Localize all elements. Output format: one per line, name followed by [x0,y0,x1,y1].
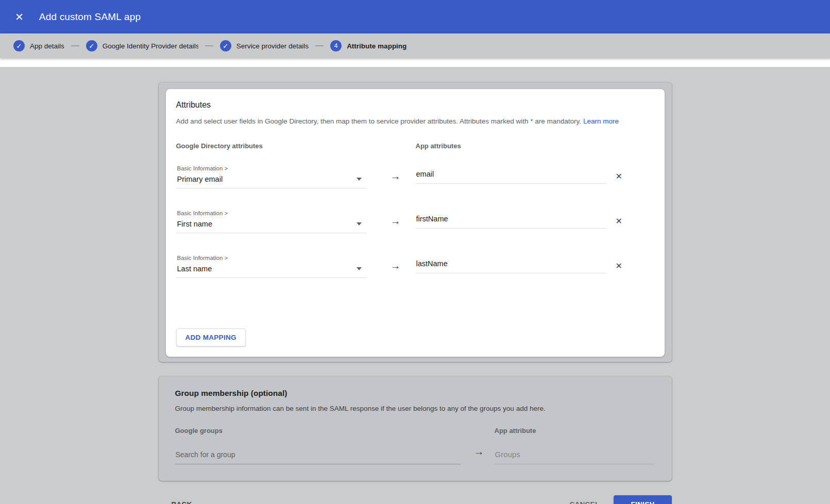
add-custom-saml-app-dialog: ✕ Add custom SAML app ✓ App details ✓ Go… [0,0,830,504]
attribute-category-label: Basic Information > [177,165,367,171]
mapping-row: Basic Information > Primary email → ✕ [176,165,654,188]
attributes-panel: Attributes Add and select user fields in… [159,82,672,362]
footer-actions: BACK CANCEL FINISH [159,495,672,504]
dropdown-arrow-icon [357,267,362,270]
attribute-category-label: Basic Information > [177,255,367,261]
group-column-headers: Google groups App attribute [175,427,653,435]
app-attribute-input[interactable] [416,259,606,273]
app-attributes-header: App attributes [416,142,606,150]
step-label: Google Identity Provider details [103,42,198,50]
directory-attribute-select[interactable]: Basic Information > Primary email [176,165,367,188]
remove-mapping-icon[interactable]: ✕ [615,215,623,227]
attribute-category-label: Basic Information > [177,210,367,216]
attribute-field-value: Primary email [177,175,367,183]
mapping-arrow-icon: → [367,170,416,182]
learn-more-link[interactable]: Learn more [583,117,619,125]
cancel-button[interactable]: CANCEL [568,496,600,504]
dialog-content: Attributes Add and select user fields in… [0,67,830,504]
back-button[interactable]: BACK [171,496,193,504]
step-label: Service provider details [236,42,309,50]
close-icon[interactable]: ✕ [13,10,26,24]
dropdown-arrow-icon [357,178,362,181]
step-check-icon: ✓ [13,40,25,51]
content-top-strip [0,58,830,67]
remove-mapping-icon[interactable]: ✕ [615,170,623,182]
group-app-attribute-header: App attribute [495,427,654,435]
dropdown-arrow-icon [357,222,362,225]
step-separator [315,45,324,46]
group-mapping-row: → [175,446,653,464]
stepper-step-google-idp-details[interactable]: ✓ Google Identity Provider details [86,40,198,51]
stepper-step-app-details[interactable]: ✓ App details [13,40,64,51]
group-search-input[interactable] [175,450,461,464]
app-attribute-input[interactable] [416,215,606,229]
group-membership-description: Group membership information can be sent… [175,405,653,412]
attribute-field-value: Last name [177,265,367,273]
dialog-title: Add custom SAML app [39,11,141,23]
attribute-field-value: First name [177,220,367,228]
group-membership-title: Group membership (optional) [175,389,653,398]
step-number-badge: 4 [330,40,342,51]
stepper-step-attribute-mapping[interactable]: 4 Attribute mapping [330,40,406,51]
app-attribute-input[interactable] [416,170,606,184]
directory-attribute-select[interactable]: Basic Information > First name [176,210,367,233]
mapping-row: Basic Information > First name → ✕ [176,210,654,233]
finish-button[interactable]: FINISH [614,495,671,504]
column-headers: Google Directory attributes App attribut… [176,142,654,150]
step-check-icon: ✓ [86,40,97,51]
dialog-header: ✕ Add custom SAML app [0,0,830,33]
remove-mapping-icon[interactable]: ✕ [615,260,623,272]
stepper: ✓ App details ✓ Google Identity Provider… [0,33,830,58]
mapping-row: Basic Information > Last name → ✕ [176,255,654,278]
step-separator [205,45,213,46]
step-label: Attribute mapping [347,42,406,50]
attributes-description-text: Add and select user fields in Google Dir… [176,117,582,125]
step-label: App details [30,42,64,50]
attributes-description: Add and select user fields in Google Dir… [176,117,654,127]
mapping-arrow-icon: → [367,215,416,227]
google-groups-header: Google groups [175,427,461,435]
group-mapping-arrow-icon: → [461,446,495,458]
directory-attribute-select[interactable]: Basic Information > Last name [176,255,367,278]
step-check-icon: ✓ [220,40,231,51]
attributes-card: Attributes Add and select user fields in… [166,89,665,357]
group-app-attribute-input[interactable] [495,450,654,464]
mapping-arrow-icon: → [367,260,416,272]
directory-attributes-header: Google Directory attributes [176,142,367,150]
stepper-step-service-provider-details[interactable]: ✓ Service provider details [220,40,309,51]
add-mapping-button[interactable]: ADD MAPPING [176,328,246,346]
group-membership-panel: Group membership (optional) Group member… [159,376,672,481]
attributes-title: Attributes [176,100,654,110]
step-separator [71,45,79,46]
